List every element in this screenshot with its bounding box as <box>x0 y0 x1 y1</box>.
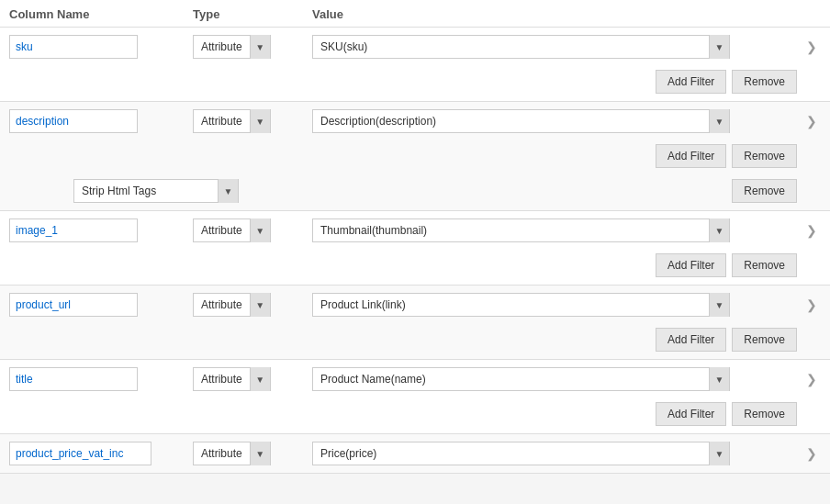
row-group-image1: Attribute ▼ Thumbnail(thumbnail) ▼ ❯ Add… <box>0 211 830 286</box>
add-filter-btn-description[interactable]: Add Filter <box>656 144 726 168</box>
type-select-description: Attribute ▼ <box>193 109 271 133</box>
sub-type-select-description: Strip Html Tags ▼ <box>73 179 239 203</box>
column-name-input-price[interactable] <box>9 442 151 465</box>
value-label-description: Description(description) <box>313 115 709 128</box>
col-type-product-url: Attribute ▼ <box>193 293 312 317</box>
col-name-product-url <box>9 293 193 317</box>
type-select-product-url: Attribute ▼ <box>193 293 271 317</box>
sub-row-description: Strip Html Tags ▼ Remove <box>0 175 830 210</box>
col-name-image1 <box>9 218 193 242</box>
col-type-price: Attribute ▼ <box>193 442 312 465</box>
col-type-image1: Attribute ▼ <box>193 218 312 242</box>
value-dropdown-btn-description[interactable]: ▼ <box>709 109 729 133</box>
col-name-description <box>9 109 193 133</box>
type-dropdown-btn-image1[interactable]: ▼ <box>250 218 270 242</box>
expand-icon-product-url[interactable]: ❯ <box>806 297 817 312</box>
type-dropdown-btn-title[interactable]: ▼ <box>250 367 270 391</box>
action-row-description: Add Filter Remove <box>0 140 830 175</box>
col-value-product-url: Product Link(link) ▼ <box>312 293 802 317</box>
main-row-product-url: Attribute ▼ Product Link(link) ▼ ❯ <box>0 286 830 324</box>
type-dropdown-btn-description[interactable]: ▼ <box>250 109 270 133</box>
type-label-title: Attribute <box>194 373 250 386</box>
remove-btn-description[interactable]: Remove <box>732 144 797 168</box>
value-label-product-url: Product Link(link) <box>313 298 709 311</box>
type-label-image1: Attribute <box>194 224 250 237</box>
value-label-sku: SKU(sku) <box>313 40 709 53</box>
sub-type-label-description: Strip Html Tags <box>74 185 218 197</box>
remove-btn-title[interactable]: Remove <box>732 402 797 426</box>
type-select-image1: Attribute ▼ <box>193 218 271 242</box>
value-select-image1: Thumbnail(thumbnail) ▼ <box>312 218 730 242</box>
col-value-price: Price(price) ▼ <box>312 442 802 465</box>
col-type-sku: Attribute ▼ <box>193 35 312 59</box>
expand-icon-price[interactable]: ❯ <box>806 446 817 461</box>
sub-remove-btn-description[interactable]: Remove <box>732 179 797 203</box>
action-row-title: Add Filter Remove <box>0 398 830 433</box>
expand-icon-title[interactable]: ❯ <box>806 372 817 386</box>
remove-btn-sku[interactable]: Remove <box>732 70 797 94</box>
col-type-title: Attribute ▼ <box>193 367 312 391</box>
expand-icon-sku[interactable]: ❯ <box>806 39 817 54</box>
chevron-product-url: ❯ <box>802 297 821 312</box>
col-name-sku <box>9 35 193 59</box>
type-label-product-url: Attribute <box>194 298 250 311</box>
remove-btn-image1[interactable]: Remove <box>732 253 797 277</box>
chevron-price: ❯ <box>802 446 821 461</box>
value-select-price: Price(price) ▼ <box>312 442 730 465</box>
type-dropdown-btn-sku[interactable]: ▼ <box>250 35 270 59</box>
row-group-price: Attribute ▼ Price(price) ▼ ❯ <box>0 434 830 474</box>
sub-type-dropdown-btn-description[interactable]: ▼ <box>218 179 238 203</box>
header-column-name: Column Name <box>9 7 193 21</box>
value-dropdown-btn-sku[interactable]: ▼ <box>709 35 729 59</box>
col-type-description: Attribute ▼ <box>193 109 312 133</box>
col-value-sku: SKU(sku) ▼ <box>312 35 802 59</box>
remove-btn-product-url[interactable]: Remove <box>732 328 797 352</box>
mapping-table: Column Name Type Value Attribute ▼ SKU(s… <box>0 0 830 474</box>
main-row-description: Attribute ▼ Description(description) ▼ ❯ <box>0 102 830 140</box>
table-header: Column Name Type Value <box>0 0 830 28</box>
type-select-price: Attribute ▼ <box>193 442 271 465</box>
action-row-product-url: Add Filter Remove <box>0 324 830 359</box>
add-filter-btn-image1[interactable]: Add Filter <box>656 253 726 277</box>
value-select-title: Product Name(name) ▼ <box>312 367 730 391</box>
value-dropdown-btn-price[interactable]: ▼ <box>709 442 729 465</box>
column-name-input-image1[interactable] <box>9 218 138 242</box>
type-dropdown-btn-product-url[interactable]: ▼ <box>250 293 270 317</box>
col-value-image1: Thumbnail(thumbnail) ▼ <box>312 218 802 242</box>
add-filter-btn-sku[interactable]: Add Filter <box>656 70 726 94</box>
type-select-title: Attribute ▼ <box>193 367 271 391</box>
type-select-sku: Attribute ▼ <box>193 35 271 59</box>
col-name-price <box>9 442 193 465</box>
column-name-input-product-url[interactable] <box>9 293 138 317</box>
add-filter-btn-title[interactable]: Add Filter <box>656 402 726 426</box>
header-column-value: Value <box>312 7 821 21</box>
type-label-price: Attribute <box>194 447 250 460</box>
type-dropdown-btn-price[interactable]: ▼ <box>250 442 270 465</box>
row-group-description: Attribute ▼ Description(description) ▼ ❯… <box>0 102 830 211</box>
value-dropdown-btn-product-url[interactable]: ▼ <box>709 293 729 317</box>
chevron-sku: ❯ <box>802 39 821 54</box>
value-dropdown-btn-title[interactable]: ▼ <box>709 367 729 391</box>
row-group-product-url: Attribute ▼ Product Link(link) ▼ ❯ Add F… <box>0 286 830 360</box>
type-label-sku: Attribute <box>194 40 250 53</box>
column-name-input-title[interactable] <box>9 367 138 391</box>
expand-icon-description[interactable]: ❯ <box>806 114 817 129</box>
col-value-title: Product Name(name) ▼ <box>312 367 802 391</box>
value-label-image1: Thumbnail(thumbnail) <box>313 224 709 237</box>
value-label-price: Price(price) <box>313 447 709 460</box>
value-select-sku: SKU(sku) ▼ <box>312 35 730 59</box>
col-name-title <box>9 367 193 391</box>
main-row-sku: Attribute ▼ SKU(sku) ▼ ❯ <box>0 28 830 66</box>
expand-icon-image1[interactable]: ❯ <box>806 223 817 238</box>
chevron-image1: ❯ <box>802 223 821 238</box>
main-row-title: Attribute ▼ Product Name(name) ▼ ❯ <box>0 360 830 398</box>
main-row-image1: Attribute ▼ Thumbnail(thumbnail) ▼ ❯ <box>0 211 830 250</box>
value-select-product-url: Product Link(link) ▼ <box>312 293 730 317</box>
value-label-title: Product Name(name) <box>313 373 709 386</box>
chevron-description: ❯ <box>802 114 821 129</box>
action-row-sku: Add Filter Remove <box>0 66 830 101</box>
add-filter-btn-product-url[interactable]: Add Filter <box>656 328 726 352</box>
value-dropdown-btn-image1[interactable]: ▼ <box>709 218 729 242</box>
column-name-input-description[interactable] <box>9 109 138 133</box>
column-name-input-sku[interactable] <box>9 35 138 59</box>
